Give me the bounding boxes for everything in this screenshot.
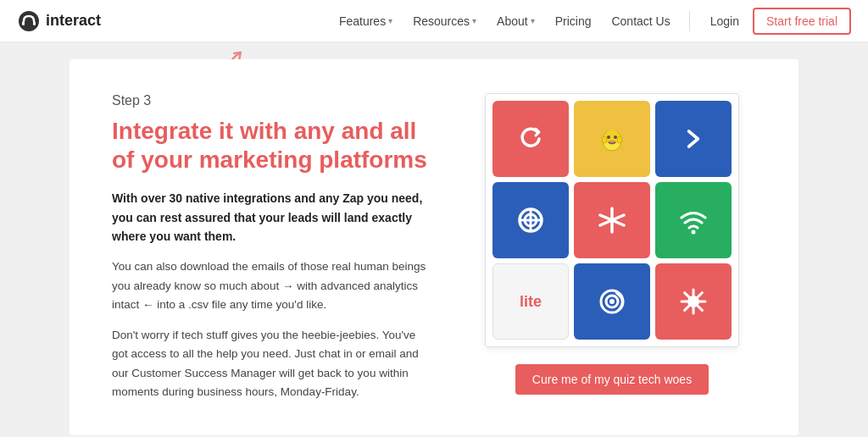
svg-point-5	[607, 136, 610, 139]
svg-point-17	[692, 230, 696, 235]
left-content: Step 3 Integrate it with any and all of …	[112, 93, 434, 401]
chevron-down-icon: ▾	[531, 16, 535, 25]
navbar: interact Features ▾ Resources ▾ About ▾ …	[0, 0, 868, 42]
svg-line-27	[698, 306, 702, 310]
nav-pricing[interactable]: Pricing	[547, 9, 600, 33]
nav-pricing-label: Pricing	[555, 14, 592, 28]
page-body: Step 3 Integrate it with any and all of …	[0, 42, 868, 437]
cure-button[interactable]: Cure me of my quiz tech woes	[515, 364, 709, 395]
nav-divider	[689, 11, 690, 31]
step-label: Step 3	[112, 93, 434, 108]
nav-contact-label: Contact Us	[611, 14, 670, 28]
nav-about[interactable]: About ▾	[488, 9, 543, 33]
nav-resources[interactable]: Resources ▾	[404, 9, 485, 33]
navbar-links: Features ▾ Resources ▾ About ▾ Pricing C…	[331, 8, 851, 35]
main-card: Step 3 Integrate it with any and all of …	[70, 59, 798, 435]
nav-features-label: Features	[339, 14, 386, 28]
start-trial-button[interactable]: Start free trial	[753, 8, 851, 35]
paragraph-2: You can also download the emails of thos…	[112, 257, 434, 314]
logo-text: interact	[46, 12, 101, 30]
svg-point-0	[19, 11, 39, 31]
grid-cell-mailchimp	[574, 101, 650, 177]
grid-cell-lite: lite	[492, 263, 569, 340]
grid-cell-hubspot	[655, 263, 732, 340]
svg-point-9	[617, 136, 622, 143]
nav-login[interactable]: Login	[700, 9, 749, 33]
svg-rect-1	[22, 21, 25, 25]
logo-icon	[17, 9, 41, 33]
chevron-down-icon: ▾	[388, 16, 392, 25]
nav-features[interactable]: Features ▾	[331, 9, 401, 33]
svg-point-8	[602, 136, 607, 143]
nav-resources-label: Resources	[413, 14, 470, 28]
svg-line-29	[685, 306, 689, 310]
bold-paragraph: With over 30 native integrations and any…	[112, 189, 434, 246]
svg-point-6	[614, 136, 617, 139]
nav-contact[interactable]: Contact Us	[603, 9, 678, 33]
grid-cell-asterisk	[574, 182, 650, 258]
section-title: Integrate it with any and all of your ma…	[112, 117, 434, 174]
chevron-down-icon: ▾	[472, 16, 476, 25]
grid-cell-wifi	[655, 182, 732, 258]
integration-grid: lite	[485, 93, 739, 347]
right-content: lite	[485, 93, 739, 395]
grid-cell-waves	[492, 182, 569, 258]
svg-rect-2	[33, 21, 36, 25]
svg-line-28	[698, 293, 702, 297]
lite-label: lite	[520, 293, 542, 311]
logo[interactable]: interact	[17, 9, 101, 33]
grid-cell-loop	[492, 101, 569, 177]
paragraph-3: Don't worry if tech stuff gives you the …	[112, 326, 434, 401]
grid-cell-chevron	[655, 101, 732, 177]
nav-about-label: About	[497, 14, 528, 28]
svg-line-26	[685, 293, 689, 297]
svg-point-20	[609, 299, 615, 304]
grid-cell-target	[574, 263, 650, 340]
